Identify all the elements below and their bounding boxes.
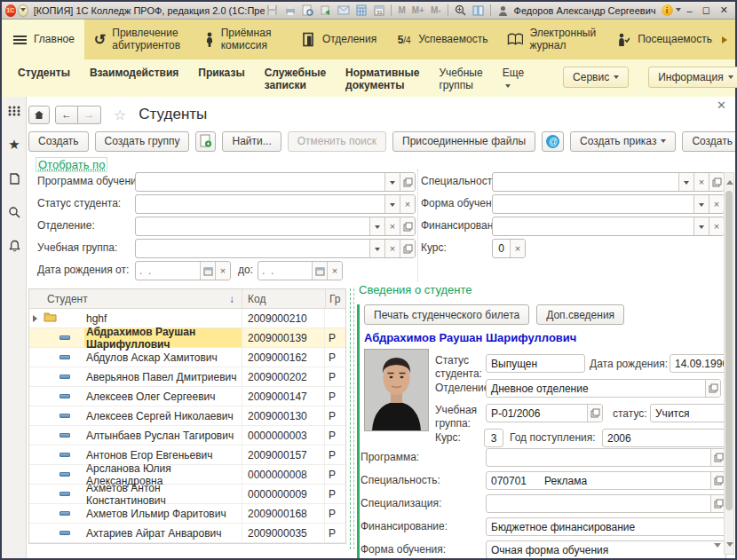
tab-priemnaya-komissiya[interactable]: Приёмная комиссия — [194, 20, 290, 59]
maximize-button[interactable]: ◻ — [699, 4, 714, 16]
all-functions-icon[interactable] — [6, 103, 22, 119]
panel-scroll-down-icon[interactable] — [714, 543, 721, 551]
filter-group-dropdown-icon[interactable] — [369, 240, 384, 257]
table-row[interactable]: Алексеев Олег Сергеевич2009000147Р — [29, 387, 345, 406]
filter-eduform-dropdown-icon[interactable] — [693, 195, 709, 213]
filter-eduform-input[interactable]: × — [492, 194, 725, 214]
admission-year-field[interactable]: 2006 — [602, 429, 726, 447]
filter-program-dropdown-icon[interactable] — [384, 173, 400, 191]
extra-info-button[interactable]: Доп.сведения — [536, 304, 624, 325]
table-row[interactable]: Абдулов Аскар Хамитович2009000162Р — [29, 348, 345, 367]
form-close-icon[interactable]: ✕ — [717, 99, 726, 112]
forward-button[interactable]: → — [78, 106, 101, 124]
zoom-icon[interactable] — [453, 4, 468, 17]
info-button[interactable]: i — [662, 4, 673, 16]
email-globe-icon[interactable]: @ — [542, 131, 564, 152]
menu-item-sluzhebnye-zapiski[interactable]: Служебные записки — [265, 67, 326, 92]
filter-birthdate-from-clear-icon[interactable]: × — [215, 262, 230, 280]
scroll-down-icon[interactable] — [726, 542, 733, 550]
back-button[interactable]: ← — [55, 106, 78, 124]
tab-poseshchaemost[interactable]: Посещаемость — [606, 20, 722, 59]
filter-birthdate-to-input[interactable]: × — [258, 261, 343, 280]
group-status-field[interactable]: Учится — [650, 404, 726, 422]
table-row[interactable]: Аверьянов Павел Дмитриевич2009000202Р — [29, 367, 345, 387]
calendar-icon[interactable]: 31 — [371, 4, 386, 17]
filter-specialty-dropdown-icon[interactable] — [678, 173, 693, 191]
filter-specialty-clear-icon[interactable]: × — [693, 173, 709, 191]
vertical-scrollbar[interactable] — [724, 172, 734, 555]
scrollbar-thumb[interactable] — [725, 191, 733, 510]
program-field[interactable] — [486, 448, 726, 467]
filter-specialty-input[interactable]: × — [492, 172, 725, 192]
filter-group-field[interactable] — [136, 240, 369, 257]
tab-otdeleniya[interactable]: Отделения — [290, 20, 386, 59]
table-row[interactable]: Алтынбаев Руслан Тагирович0000000003Р — [29, 426, 345, 446]
table-row[interactable]: Ахметов Ильмир Фаритович2009000168Р — [29, 504, 345, 524]
filter-birthdate-to-field[interactable] — [258, 262, 312, 280]
memory-mplus-button[interactable]: M+ — [410, 5, 426, 15]
filter-program-open-icon[interactable] — [400, 173, 415, 191]
filter-eduform-clear-icon[interactable]: × — [709, 195, 724, 213]
menu-item-studenty[interactable]: Студенты — [18, 67, 70, 79]
filter-department-dropdown-icon[interactable] — [369, 217, 384, 235]
filter-status-dropdown-icon[interactable] — [384, 195, 400, 213]
filter-program-field[interactable] — [136, 173, 384, 191]
print-icon[interactable] — [282, 4, 297, 17]
tab-glavnoe[interactable]: Главное — [2, 20, 84, 59]
birthdate-field[interactable]: 14.09.1990 — [670, 354, 726, 373]
favorite-star-icon[interactable]: ☆ — [114, 106, 126, 123]
find-button[interactable]: Найти... — [222, 131, 281, 152]
favorites-icon[interactable]: ★ — [6, 137, 22, 153]
filter-financing-clear-icon[interactable]: × — [709, 217, 724, 235]
financing-field[interactable]: Бюджетное финансирование — [486, 517, 726, 536]
filter-status-clear-icon[interactable]: × — [400, 195, 415, 213]
filter-collapse-link[interactable]: Отобрать по — [36, 157, 107, 172]
study-group-field[interactable]: Р-01/2006 — [486, 404, 603, 422]
filter-financing-dropdown-icon[interactable] — [693, 217, 709, 235]
create-group-button[interactable]: Создать группу — [95, 131, 190, 152]
minimize-button[interactable]: – — [684, 5, 696, 16]
filter-specialty-field[interactable] — [493, 173, 678, 191]
mail-icon[interactable] — [336, 4, 351, 17]
table-row[interactable]: Абдрахимов Раушан Шарифуллович2009000139… — [29, 328, 345, 348]
home-button[interactable] — [28, 106, 50, 124]
filter-financing-field[interactable] — [493, 217, 693, 235]
filter-department-input[interactable]: × — [135, 217, 416, 236]
close-button[interactable]: ✕ — [717, 4, 732, 16]
course-field[interactable]: 3 — [484, 429, 503, 447]
filter-eduform-field[interactable] — [493, 195, 693, 213]
send-icon[interactable] — [318, 4, 333, 17]
table-row[interactable]: Ахметов Антон Константинович0000000009Р — [29, 485, 345, 504]
table-row[interactable]: Ахтариев Айрат Анварович2009000035Р — [29, 524, 345, 543]
filter-birthdate-from-input[interactable]: × — [135, 261, 231, 280]
filter-course-input[interactable]: × — [492, 239, 526, 258]
create-button[interactable]: Создать — [28, 131, 89, 152]
system-menu-button[interactable] — [18, 4, 28, 17]
save-icon[interactable] — [265, 4, 280, 17]
create-dropdown-button[interactable]: Создать — [682, 131, 735, 152]
menu-item-eshche[interactable]: Еще — [503, 67, 524, 92]
service-menu-button[interactable]: Сервис — [563, 67, 629, 88]
filter-group-clear-icon[interactable]: × — [384, 240, 400, 257]
filter-birthdate-to-clear-icon[interactable]: × — [327, 262, 342, 280]
department-field[interactable]: Дневное отделение — [486, 379, 721, 398]
study-group-open-icon[interactable] — [587, 405, 602, 422]
filter-department-field[interactable] — [136, 217, 369, 235]
filter-program-input[interactable] — [135, 172, 416, 192]
split-columns-icon[interactable] — [471, 4, 486, 17]
info-dropdown-icon[interactable] — [676, 8, 681, 14]
menu-item-normativnye-dokumenty[interactable]: Нормативные документы — [345, 67, 419, 92]
column-header-student[interactable]: Студент↓ — [29, 289, 242, 308]
attached-files-button[interactable]: Присоединенные файлы — [392, 131, 535, 152]
filter-specialty-open-icon[interactable] — [709, 173, 724, 191]
filter-status-input[interactable]: × — [135, 194, 416, 214]
tab-uspevaemost[interactable]: 5/4Успеваемость — [386, 20, 497, 59]
filter-department-clear-icon[interactable]: × — [384, 217, 400, 235]
information-menu-button[interactable]: Информация — [648, 67, 737, 88]
filter-group-input[interactable]: × — [135, 239, 416, 258]
menu-item-prikazy[interactable]: Приказы — [198, 67, 244, 79]
tab-scroll-right-button[interactable] — [722, 20, 735, 59]
menu-item-uchebnye-gruppy[interactable]: Учебные группы — [439, 67, 482, 92]
memory-m-button[interactable]: M — [396, 5, 407, 15]
print-preview-icon[interactable] — [300, 4, 315, 17]
